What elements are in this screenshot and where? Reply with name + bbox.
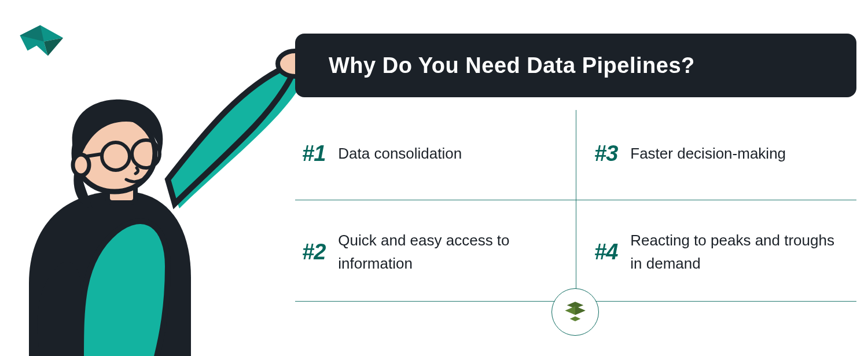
reason-item-4: #4 Reacting to peaks and troughs in dema… (576, 208, 856, 295)
reason-text: Data consolidation (338, 142, 462, 165)
reason-item-3: #3 Faster decision-making (576, 110, 856, 197)
svg-line-10 (87, 154, 102, 156)
reason-item-2: #2 Quick and easy access to information (295, 208, 576, 295)
svg-line-9 (128, 155, 133, 155)
reason-number: #3 (594, 141, 617, 166)
title-panel: Why Do You Need Data Pipelines? (295, 34, 856, 97)
reason-item-1: #1 Data consolidation (295, 110, 576, 197)
reason-number: #2 (302, 240, 325, 265)
reason-text: Quick and easy access to information (338, 229, 564, 276)
reasons-grid: #1 Data consolidation #2 Quick and easy … (295, 110, 856, 307)
page-title: Why Do You Need Data Pipelines? (329, 53, 695, 78)
grid-divider-horizontal (295, 200, 856, 200)
person-holding-sign (0, 35, 318, 356)
svg-marker-14 (570, 317, 580, 321)
reason-text: Reacting to peaks and troughs in demand (630, 229, 845, 276)
svg-point-6 (73, 155, 89, 175)
reason-number: #1 (302, 141, 325, 166)
reason-number: #4 (594, 240, 617, 265)
stack-layers-icon (551, 288, 599, 336)
reason-text: Faster decision-making (630, 142, 786, 165)
svg-marker-13 (575, 306, 586, 315)
infographic-canvas: Why Do You Need Data Pipelines? #1 Data … (0, 0, 868, 356)
